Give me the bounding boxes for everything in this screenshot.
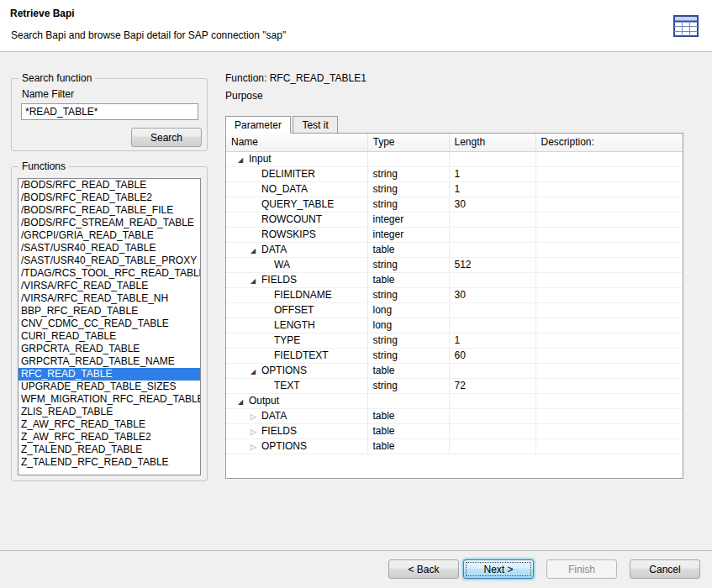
list-item[interactable]: GRPCRTA_READ_TABLE xyxy=(18,343,200,355)
list-item[interactable]: /GRCPI/GRIA_READ_TABLE xyxy=(18,229,200,242)
param-row[interactable]: ROWSKIPSinteger xyxy=(226,227,683,242)
list-item[interactable]: Z_AW_RFC_READ_TABLE xyxy=(18,418,200,431)
list-item[interactable]: /BODS/RFC_READ_TABLE xyxy=(18,179,200,192)
name-filter-input[interactable] xyxy=(21,103,198,120)
list-item[interactable]: GRPCRTA_READ_TABLE_NAME xyxy=(18,355,200,368)
param-description xyxy=(535,408,683,423)
param-row[interactable]: FIELDTEXTstring60 xyxy=(226,348,683,363)
param-description xyxy=(535,181,683,197)
param-type: table xyxy=(367,408,449,423)
next-button[interactable]: Next > xyxy=(463,559,534,579)
param-row[interactable]: ◢Output xyxy=(226,393,683,408)
param-name: LENGTH xyxy=(274,319,315,331)
expander-open-icon[interactable]: ◢ xyxy=(251,247,261,255)
param-name: TEXT xyxy=(274,380,300,391)
param-type: string xyxy=(367,257,449,272)
search-button[interactable]: Search xyxy=(131,128,202,147)
expander-open-icon[interactable]: ◢ xyxy=(238,398,249,406)
list-item[interactable]: Z_TALEND_READ_TABLE xyxy=(18,444,200,456)
back-button[interactable]: < Back xyxy=(388,559,459,579)
param-row[interactable]: OFFSETlong xyxy=(226,302,683,318)
param-type: table xyxy=(367,438,449,454)
param-row[interactable]: QUERY_TABLEstring30 xyxy=(226,197,683,212)
param-table-body: ◢InputDELIMITERstring1NO_DATAstring1QUER… xyxy=(226,151,683,454)
list-item[interactable]: CURI_READ_TABLE xyxy=(18,330,200,343)
expander-closed-icon[interactable]: ▷ xyxy=(251,412,261,421)
param-length xyxy=(449,363,535,378)
param-length xyxy=(449,227,535,242)
column-header-type[interactable]: Type xyxy=(367,134,449,151)
param-length: 30 xyxy=(449,287,535,302)
list-item[interactable]: /VIRSA/RFC_READ_TABLE xyxy=(18,280,200,292)
param-name: ROWSKIPS xyxy=(261,228,316,240)
param-row[interactable]: LENGTHlong xyxy=(226,318,683,333)
list-item[interactable]: ZLIS_READ_TABLE xyxy=(18,406,200,418)
retrieve-bapi-dialog: Retrieve Bapi Search Bapi and browse Bap… xyxy=(0,0,712,588)
functions-list[interactable]: /BODS/RFC_READ_TABLE/BODS/RFC_READ_TABLE… xyxy=(18,178,201,475)
param-name: DATA xyxy=(261,410,287,422)
param-row[interactable]: ROWCOUNTinteger xyxy=(226,212,683,227)
param-row[interactable]: TYPEstring1 xyxy=(226,333,683,348)
expander-open-icon[interactable]: ◢ xyxy=(238,156,249,164)
param-type: string xyxy=(367,333,449,348)
param-length xyxy=(449,438,535,454)
page-subtitle: Search Bapi and browse Bapi detail for S… xyxy=(11,29,286,41)
list-item[interactable]: BBP_RFC_READ_TABLE xyxy=(18,305,200,318)
list-item[interactable]: /VIRSA/RFC_READ_TABLE_NH xyxy=(18,292,200,305)
param-row[interactable]: ◢DATAtable xyxy=(226,242,683,257)
param-name: NO_DATA xyxy=(261,183,308,195)
param-row[interactable]: ◢Input xyxy=(226,151,683,166)
param-length xyxy=(449,151,535,166)
list-item[interactable]: WFM_MIGRATION_RFC_READ_TABLE xyxy=(18,393,200,406)
param-name: ROWCOUNT xyxy=(261,213,322,225)
list-item[interactable]: Z_AW_RFC_READ_TABLE2 xyxy=(18,431,200,444)
expander-open-icon[interactable]: ◢ xyxy=(251,277,261,285)
search-function-group: Search function Name Filter Search xyxy=(11,78,208,151)
param-row[interactable]: ▷DATAtable xyxy=(226,408,683,423)
expander-open-icon[interactable]: ◢ xyxy=(251,368,261,375)
param-row[interactable]: ▷FIELDStable xyxy=(226,423,683,438)
param-length: 1 xyxy=(449,181,535,197)
column-header-name[interactable]: Name xyxy=(226,134,367,151)
param-row[interactable]: ◢FIELDStable xyxy=(226,272,683,287)
param-row[interactable]: ◢OPTIONStable xyxy=(226,363,683,378)
expander-closed-icon[interactable]: ▷ xyxy=(251,428,261,436)
list-item[interactable]: /BODS/RFC_STREAM_READ_TABLE xyxy=(18,217,200,229)
param-description xyxy=(535,302,683,318)
list-item[interactable]: /SAST/USR40_READ_TABLE xyxy=(18,242,200,255)
param-row[interactable]: FIELDNAMEstring30 xyxy=(226,287,683,302)
param-description xyxy=(535,257,683,272)
tab-test-it[interactable]: Test it xyxy=(293,116,337,134)
param-length xyxy=(449,212,535,227)
param-type: integer xyxy=(367,227,449,242)
param-description xyxy=(535,227,683,242)
param-description xyxy=(535,393,683,408)
list-item[interactable]: /SAST/USR40_READ_TABLE_PROXY xyxy=(18,255,200,267)
param-description xyxy=(535,212,683,227)
param-name: FIELDTEXT xyxy=(274,349,329,361)
param-description xyxy=(535,378,683,393)
param-description xyxy=(535,151,683,166)
expander-closed-icon[interactable]: ▷ xyxy=(251,443,261,451)
param-length xyxy=(449,302,535,318)
list-item[interactable]: CNV_CDMC_CC_READ_TABLE xyxy=(18,318,200,330)
param-description xyxy=(535,242,683,257)
param-row[interactable]: TEXTstring72 xyxy=(226,378,683,393)
list-item[interactable]: Z_TALEND_RFC_READ_TABLE xyxy=(18,456,200,469)
param-row[interactable]: DELIMITERstring1 xyxy=(226,166,683,181)
column-header-description[interactable]: Description: xyxy=(535,134,683,151)
list-item[interactable]: /BODS/RFC_READ_TABLE2 xyxy=(18,192,200,204)
param-row[interactable]: NO_DATAstring1 xyxy=(226,181,683,197)
cancel-button[interactable]: Cancel xyxy=(630,559,700,579)
param-name: OPTIONS xyxy=(261,365,307,376)
param-type: string xyxy=(367,181,449,197)
list-item[interactable]: RFC_READ_TABLE xyxy=(18,368,200,381)
param-description xyxy=(535,318,683,333)
column-header-length[interactable]: Length xyxy=(449,134,535,151)
tab-parameter[interactable]: Parameter xyxy=(225,116,291,134)
param-row[interactable]: ▷OPTIONStable xyxy=(226,438,683,454)
list-item[interactable]: /TDAG/RCS_TOOL_RFC_READ_TABLE xyxy=(18,267,200,280)
list-item[interactable]: UPGRADE_READ_TABLE_SIZES xyxy=(18,381,200,393)
list-item[interactable]: /BODS/RFC_READ_TABLE_FILE xyxy=(18,204,200,217)
param-row[interactable]: WAstring512 xyxy=(226,257,683,272)
